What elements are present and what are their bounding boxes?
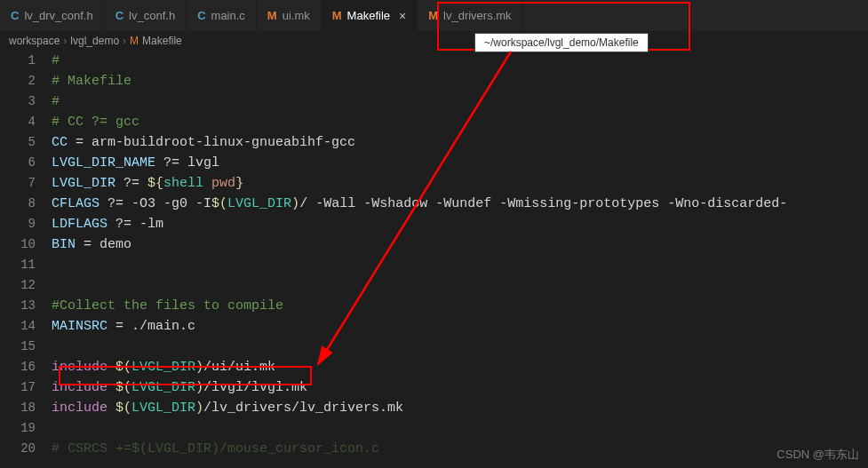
code-line[interactable] (52, 337, 868, 357)
code-line[interactable]: # (52, 91, 868, 112)
line-number: 3 (0, 91, 36, 112)
chevron-right-icon: › (123, 35, 126, 47)
tab-label: main.c (211, 9, 245, 22)
line-number: 17 (0, 377, 36, 398)
tab-lv-drivers-mk[interactable]: Mlv_drivers.mk (418, 0, 522, 31)
code-line[interactable]: LVGL_DIR ?= ${shell pwd} (52, 173, 868, 194)
line-number: 2 (0, 71, 36, 91)
code-line[interactable]: include $(LVGL_DIR)/lvgl/lvgl.mk (52, 377, 868, 398)
breadcrumb-file[interactable]: Makefile (142, 35, 182, 47)
tab-main-c[interactable]: Cmain.c (187, 0, 257, 31)
chevron-right-icon: › (63, 35, 67, 47)
tab-label: lv_drv_conf.h (24, 9, 92, 22)
code-line[interactable]: # CSRCS +=$(LVGL_DIR)/mouse_cursor_icon.… (52, 439, 868, 459)
code-line[interactable]: # CC ?= gcc (52, 112, 868, 132)
line-number: 6 (0, 153, 36, 173)
breadcrumb-part[interactable]: workspace (9, 35, 60, 47)
code-line[interactable] (52, 255, 868, 275)
code-line[interactable]: CFLAGS ?= -O3 -g0 -I$(LVGL_DIR)/ -Wall -… (52, 194, 868, 214)
makefile-icon: M (130, 35, 139, 47)
tab-label: Makefile (347, 9, 390, 22)
line-number: 18 (0, 398, 36, 418)
code-line[interactable]: # Makefile (52, 71, 868, 91)
code-line[interactable]: MAINSRC = ./main.c (52, 316, 868, 337)
makefile-icon: M (267, 9, 277, 22)
makefile-icon: M (428, 9, 438, 22)
tab-label: lv_conf.h (129, 9, 175, 22)
c-file-icon: C (115, 9, 123, 22)
line-number: 14 (0, 316, 36, 337)
code-line[interactable] (52, 275, 868, 296)
code-line[interactable]: #Collect the files to compile (52, 296, 868, 316)
line-number: 5 (0, 132, 36, 153)
close-icon[interactable]: × (399, 9, 406, 23)
line-number-gutter: 1234567891011121314151617181920 (0, 51, 52, 468)
line-number: 16 (0, 357, 36, 377)
line-number: 1 (0, 51, 36, 71)
code-line[interactable]: LDFLAGS ?= -lm (52, 214, 868, 234)
editor-area[interactable]: 1234567891011121314151617181920 ## Makef… (0, 51, 868, 468)
line-number: 19 (0, 418, 36, 439)
tab-label: lv_drivers.mk (443, 9, 512, 22)
watermark: CSDN @韦东山 (776, 447, 859, 463)
tab-lv-drv-conf-h[interactable]: Clv_drv_conf.h (0, 0, 105, 31)
line-number: 9 (0, 214, 36, 234)
line-number: 15 (0, 337, 36, 357)
code-line[interactable] (52, 418, 868, 439)
line-number: 13 (0, 296, 36, 316)
line-number: 8 (0, 194, 36, 214)
line-number: 20 (0, 439, 36, 459)
tab-ui-mk[interactable]: Mui.mk (257, 0, 322, 31)
breadcrumb-part[interactable]: lvgl_demo (70, 35, 119, 47)
line-number: 11 (0, 255, 36, 275)
tab-label: ui.mk (283, 9, 310, 22)
c-file-icon: C (11, 9, 19, 22)
tab-bar: Clv_drv_conf.hClv_conf.hCmain.cMui.mkMMa… (0, 0, 868, 31)
tab-makefile[interactable]: MMakefile× (322, 0, 418, 31)
code-line[interactable]: BIN = demo (52, 234, 868, 255)
c-file-icon: C (197, 9, 205, 22)
breadcrumb[interactable]: workspace › lvgl_demo › M Makefile (0, 31, 868, 51)
code-line[interactable]: CC = arm-buildroot-linux-gnueabihf-gcc (52, 132, 868, 153)
path-tooltip: ~/workspace/lvgl_demo/Makefile (474, 33, 649, 52)
line-number: 10 (0, 234, 36, 255)
code-line[interactable]: # (52, 51, 868, 71)
line-number: 12 (0, 275, 36, 296)
code-line[interactable]: LVGL_DIR_NAME ?= lvgl (52, 153, 868, 173)
line-number: 4 (0, 112, 36, 132)
code-line[interactable]: include $(LVGL_DIR)/ui/ui.mk (52, 357, 868, 377)
code-content[interactable]: ## Makefile## CC ?= gccCC = arm-buildroo… (52, 51, 868, 468)
tab-lv-conf-h[interactable]: Clv_conf.h (105, 0, 187, 31)
makefile-icon: M (332, 9, 342, 22)
code-line[interactable]: include $(LVGL_DIR)/lv_drivers/lv_driver… (52, 398, 868, 418)
line-number: 7 (0, 173, 36, 194)
